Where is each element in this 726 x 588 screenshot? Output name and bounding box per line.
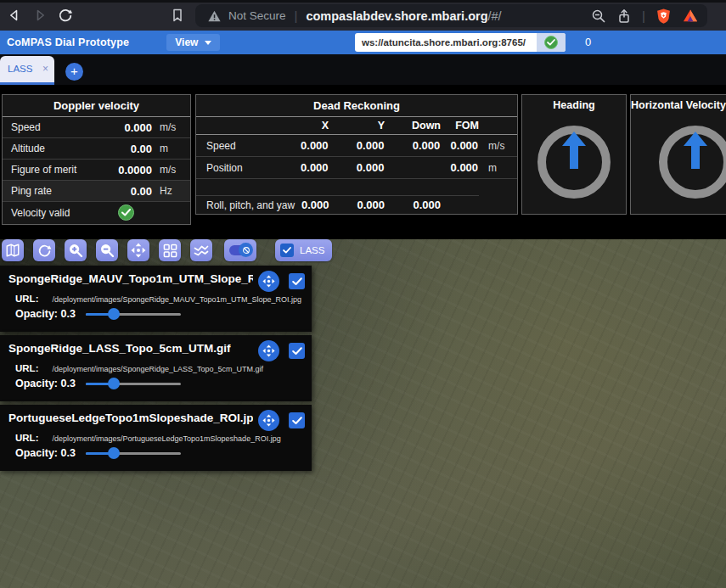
panel-title: Heading <box>522 95 626 115</box>
layer-visibility-checkbox[interactable] <box>289 273 305 289</box>
target-icon <box>242 246 250 255</box>
connection-status <box>537 33 566 52</box>
lass-layer-toggle[interactable]: LASS <box>275 239 332 261</box>
heading-arrow-icon <box>561 132 587 169</box>
pan-icon <box>262 344 275 357</box>
connected-check-icon <box>544 36 558 49</box>
map-zoom-in-button[interactable] <box>65 239 87 261</box>
brave-shield-icon[interactable] <box>656 8 672 25</box>
map-pan-button[interactable] <box>127 239 149 261</box>
pan-icon <box>262 414 275 427</box>
forward-icon[interactable] <box>31 6 49 25</box>
layer-name: PortugueseLedgeTopo1mSlopeshade_ROI.jpg <box>8 412 253 424</box>
reload-icon[interactable] <box>56 6 75 25</box>
layer-url-value: /deployment/images/SpongeRidge_MAUV_Topo… <box>52 295 301 304</box>
layer-url-value: /deployment/images/SpongeRidge_LASS_Topo… <box>52 365 263 373</box>
layer-opacity-slider[interactable] <box>86 447 181 459</box>
screen: Not Secure | compaslabdev.shore.mbari.or… <box>0 0 726 588</box>
waves-icon <box>194 243 209 258</box>
velocity-valid-check-icon <box>118 204 134 221</box>
layer-visibility-checkbox[interactable] <box>289 343 305 359</box>
doppler-row-velocity-valid: Velocity valid <box>3 202 190 223</box>
dead-reckoning-speed-row: Speed 0.000 0.000 0.000 0.000 m/s <box>196 135 517 157</box>
not-secure-label: Not Secure <box>228 9 286 22</box>
map-view[interactable]: LASS SpongeRidge_MAUV_Topo1m_UTM_Slope_R… <box>0 239 726 588</box>
slider-thumb[interactable] <box>108 308 120 320</box>
share-icon[interactable] <box>616 8 632 24</box>
checkbox-checked-icon <box>292 277 302 286</box>
not-secure-warning-icon <box>207 9 222 23</box>
layer-url-label: URL: <box>15 363 38 373</box>
slider-thumb[interactable] <box>108 447 120 459</box>
map-refresh-button[interactable] <box>33 239 55 261</box>
websocket-url-field[interactable]: ws://atuncita.shore.mbari.org:8765/ <box>355 33 566 52</box>
layer-opacity-slider[interactable] <box>86 378 181 389</box>
tab-lass[interactable]: LASS × <box>0 56 54 85</box>
dashboard: Doppler velocity Speed 0.000 m/s Altitud… <box>0 85 726 239</box>
message-counter: 0 <box>585 36 591 48</box>
layer-center-button[interactable] <box>258 271 279 292</box>
url-separator: | <box>295 8 298 23</box>
layer-opacity-label: Opacity: 0.3 <box>15 308 76 320</box>
slider-thumb[interactable] <box>108 378 120 389</box>
layer-opacity-slider[interactable] <box>86 308 181 320</box>
checkbox-checked-icon <box>292 347 302 356</box>
layer-url-label: URL: <box>15 433 38 443</box>
grid-icon <box>163 244 177 258</box>
refresh-icon <box>37 244 52 258</box>
layer-url-label: URL: <box>15 294 38 304</box>
view-menu-button[interactable]: View <box>166 34 220 51</box>
horizontal-velocity-panel: Horizontal Velocity <box>630 94 726 215</box>
add-tab-button[interactable]: + <box>65 63 83 81</box>
doppler-row-altitude: Altitude 0.00 m <box>3 138 190 160</box>
doppler-row-speed: Speed 0.000 m/s <box>3 117 190 138</box>
pan-icon <box>262 275 275 288</box>
layer-name: SpongeRidge_MAUV_Topo1m_UTM_Slope_ROI.jp… <box>8 272 253 285</box>
pan-icon <box>131 243 146 258</box>
bookmark-icon[interactable] <box>168 6 187 25</box>
heading-panel: Heading <box>521 94 627 215</box>
dead-reckoning-position-row: Position 0.000 0.000 0.000 m <box>196 157 517 179</box>
layer-visibility-checkbox[interactable] <box>289 412 305 428</box>
dead-reckoning-panel: Dead Reckoning X Y Down FOM Speed 0.000 … <box>195 94 518 215</box>
map-tracks-button[interactable] <box>190 239 212 261</box>
map-zoom-out-button[interactable] <box>96 239 118 261</box>
dead-reckoning-header-row: X Y Down FOM <box>196 117 517 135</box>
layer-card: SpongeRidge_MAUV_Topo1m_UTM_Slope_ROI.jp… <box>0 266 312 332</box>
layer-opacity-label: Opacity: 0.3 <box>15 447 76 459</box>
back-icon[interactable] <box>5 6 24 25</box>
doppler-row-ping-rate: Ping rate 0.00 Hz <box>3 181 190 202</box>
checkbox-checked-icon <box>292 417 302 425</box>
doppler-velocity-panel: Doppler velocity Speed 0.000 m/s Altitud… <box>2 94 191 225</box>
layer-opacity-label: Opacity: 0.3 <box>15 378 76 389</box>
browser-toolbar: Not Secure | compaslabdev.shore.mbari.or… <box>0 0 726 31</box>
brave-rewards-icon[interactable] <box>682 8 699 24</box>
layer-center-button[interactable] <box>258 410 279 431</box>
map-icon <box>5 243 20 258</box>
zoom-in-icon <box>68 243 83 258</box>
horizontal-velocity-arrow-icon <box>683 132 708 169</box>
zoom-out-page-icon[interactable] <box>591 8 606 24</box>
lass-toggle-label: LASS <box>300 245 324 255</box>
tab-bar: LASS × + <box>0 54 726 85</box>
map-grid-button[interactable] <box>159 239 181 261</box>
doppler-row-figure-of-merit: Figure of merit 0.0000 m/s <box>3 160 190 181</box>
tab-close-icon[interactable]: × <box>42 63 48 75</box>
url-text[interactable]: compaslabdev.shore.mbari.org/#/ <box>306 9 501 23</box>
layer-center-button[interactable] <box>258 340 279 361</box>
layer-name: SpongeRidge_LASS_Topo_5cm_UTM.gif <box>8 342 253 355</box>
layer-card: SpongeRidge_LASS_Topo_5cm_UTM.gif URL: /… <box>0 335 312 401</box>
layer-url-value: /deployment/images/PortugueseLedgeTopo1m… <box>52 434 280 443</box>
app-header: CoMPAS Dial Prototype View ws://atuncita… <box>0 31 726 54</box>
browser-tabstrip <box>0 0 726 3</box>
panel-title: Dead Reckoning <box>196 95 517 117</box>
layer-card: PortugueseLedgeTopo1mSlopeshade_ROI.jpg … <box>0 405 312 471</box>
address-bar[interactable]: Not Secure | compaslabdev.shore.mbari.or… <box>195 4 707 27</box>
chevron-down-icon <box>205 41 211 45</box>
follow-vehicle-toggle[interactable] <box>224 239 256 261</box>
app-title: CoMPAS Dial Prototype <box>7 36 129 48</box>
panel-title: Horizontal Velocity <box>631 95 726 115</box>
map-layers-button[interactable] <box>2 239 24 261</box>
toggle-thumb <box>239 243 253 257</box>
checkbox-checked-icon <box>280 244 294 257</box>
